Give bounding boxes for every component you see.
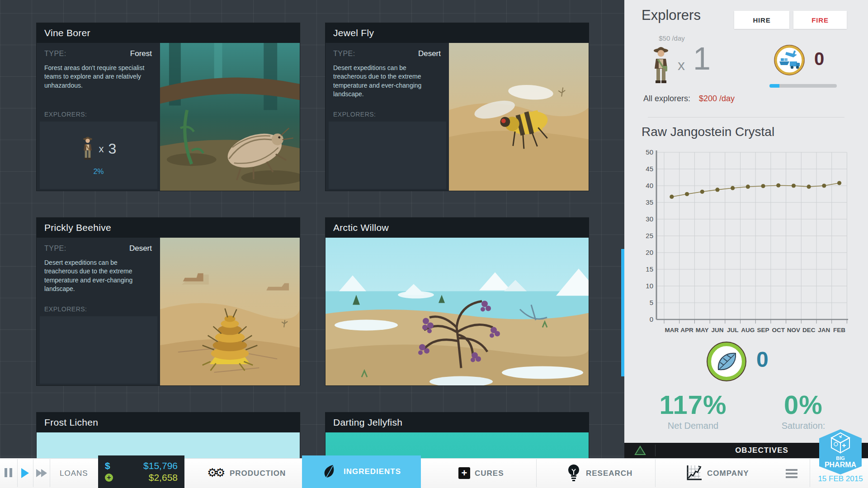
pause-button[interactable] xyxy=(5,468,12,477)
x-tick-label: MAY xyxy=(696,327,709,333)
x-tick-label: SEP xyxy=(757,327,769,333)
explorer-slot[interactable] xyxy=(329,122,446,189)
y-tick-label: 45 xyxy=(646,165,653,173)
ingredient-card-body: TYPE: Desert Desert expeditions can be t… xyxy=(326,43,589,191)
x-tick-label: MAR xyxy=(665,327,679,333)
cross-icon: + xyxy=(458,467,470,479)
explorer-count: 3 xyxy=(108,141,117,157)
net-demand-value: 117% xyxy=(634,389,752,420)
explorers-label: EXPLORERS: xyxy=(44,305,87,313)
price-point xyxy=(746,185,750,189)
price-point xyxy=(792,183,796,188)
explorers-panel: Explorers HIRE FIRE $50 /day x 1 xyxy=(624,0,868,443)
chart-title: Raw Jangostein Crystal xyxy=(642,125,774,139)
ingredient-card-header: Jewel Fly xyxy=(326,23,589,43)
ingredient-card-body: TYPE: Desert Desert expeditions can be t… xyxy=(37,238,300,385)
explorer-slot[interactable]: x 3 2% xyxy=(40,122,157,189)
loans-button[interactable]: LOANS xyxy=(60,469,88,478)
ingredient-title: Arctic Willow xyxy=(333,222,389,233)
explorer-icon xyxy=(81,135,94,163)
transport-count: 0 xyxy=(814,49,824,69)
tab-research[interactable]: RESEARCH xyxy=(586,469,632,478)
logo-line1: BIG xyxy=(836,455,845,461)
explorer-count: 1 xyxy=(693,41,711,77)
ingredient-card-header: Prickly Beehive xyxy=(37,218,300,238)
ingredient-image-deserthive xyxy=(160,238,300,385)
explorers-panel-title: Explorers xyxy=(642,7,701,23)
type-value: Desert xyxy=(129,244,152,253)
ingredient-title: Frost Lichen xyxy=(44,417,98,428)
x-tick-label: JUN xyxy=(711,327,723,333)
fast-forward-button[interactable] xyxy=(36,469,47,477)
explorer-slot[interactable] xyxy=(40,316,157,384)
ingredient-title: Prickly Beehive xyxy=(44,222,111,233)
price-point xyxy=(776,183,780,188)
all-explorers-label: All explorers: xyxy=(643,94,690,103)
price-point xyxy=(715,188,719,192)
ingredient-card[interactable]: Jewel Fly TYPE: Desert Desert expedition… xyxy=(326,23,589,191)
y-tick-label: 50 xyxy=(646,148,653,156)
cash-symbol: $ xyxy=(105,460,110,471)
ingredient-title: Jewel Fly xyxy=(333,28,374,38)
ingredient-card-header: Frost Lichen xyxy=(37,413,300,432)
net-demand-stat: 117% Net Demand xyxy=(634,389,752,431)
pause-icon xyxy=(5,468,12,477)
ingredient-description: Desert expeditions can be treacherous du… xyxy=(333,64,441,99)
y-tick-label: 10 xyxy=(646,282,653,290)
tab-cures[interactable]: CURES xyxy=(475,469,504,478)
ingredient-stock-count: 0 xyxy=(756,347,769,372)
x-tick-label: FEB xyxy=(833,327,845,333)
y-tick-label: 35 xyxy=(646,198,653,206)
ingredient-card-header: Vine Borer xyxy=(37,23,300,43)
ingredient-card-body xyxy=(326,238,589,385)
explorers-label: EXPLORERS: xyxy=(333,111,376,118)
ingredient-image-forest xyxy=(160,43,300,191)
price-point xyxy=(837,181,841,185)
chart-icon xyxy=(685,465,703,483)
ingredient-card[interactable]: Arctic Willow xyxy=(326,218,589,385)
y-tick-label: 5 xyxy=(650,299,653,306)
price-point xyxy=(685,192,689,196)
y-tick-label: 15 xyxy=(646,265,653,273)
tab-ingredients-label: INGREDIENTS xyxy=(344,467,401,476)
tab-company[interactable]: COMPANY xyxy=(707,469,749,478)
transport-capacity-icon xyxy=(774,44,805,78)
price-point xyxy=(761,184,765,188)
cash-balance: $15,796 xyxy=(143,460,178,471)
hire-button[interactable]: HIRE xyxy=(734,11,789,29)
explorers-label: EXPLORERS: xyxy=(44,111,87,118)
x-tick-label: NOV xyxy=(787,327,800,333)
price-point xyxy=(700,190,704,194)
tab-ingredients[interactable]: INGREDIENTS xyxy=(302,455,421,488)
y-tick-label: 20 xyxy=(646,249,653,256)
panel-divider xyxy=(648,117,844,117)
leaf-icon xyxy=(322,464,335,479)
objectives-expand-icon[interactable] xyxy=(634,445,646,456)
type-value: Desert xyxy=(418,49,441,58)
ingredient-card[interactable]: Prickly Beehive TYPE: Desert Desert expe… xyxy=(37,218,300,385)
ingredient-text-panel: TYPE: Forest Forest areas don't require … xyxy=(37,43,160,191)
saturation-stat: 0% Saturation: xyxy=(745,389,862,431)
card-grid-scrollbar[interactable] xyxy=(621,249,624,376)
price-history-chart: 05101520253035404550MARAPRMAYJUNJULAUGSE… xyxy=(639,147,859,333)
type-value: Forest xyxy=(130,49,152,58)
ingredient-title: Darting Jellyfish xyxy=(333,417,402,428)
price-point xyxy=(807,185,811,189)
fire-button[interactable]: FIRE xyxy=(793,11,847,29)
daily-income: $2,658 xyxy=(149,472,178,483)
tab-production[interactable]: PRODUCTION xyxy=(230,469,286,478)
price-point xyxy=(670,195,674,199)
explorer-count-row: x 3 xyxy=(81,135,117,163)
exploration-progress: 2% xyxy=(93,168,104,176)
ingredient-stock-icon xyxy=(708,343,745,380)
finance-summary[interactable]: $ $15,796 + $2,658 xyxy=(98,455,184,488)
menu-button[interactable] xyxy=(786,469,797,480)
ingredient-title: Vine Borer xyxy=(44,28,90,38)
all-explorers-cost: $200 /day xyxy=(699,94,735,103)
logo-line2: PHARMA xyxy=(825,461,857,469)
explorer-character-icon xyxy=(651,44,671,88)
type-label: TYPE: xyxy=(44,50,66,58)
ingredient-image-desertfly xyxy=(449,43,589,191)
ingredient-card[interactable]: Vine Borer TYPE: Forest Forest areas don… xyxy=(37,23,300,191)
play-button[interactable] xyxy=(21,468,29,478)
